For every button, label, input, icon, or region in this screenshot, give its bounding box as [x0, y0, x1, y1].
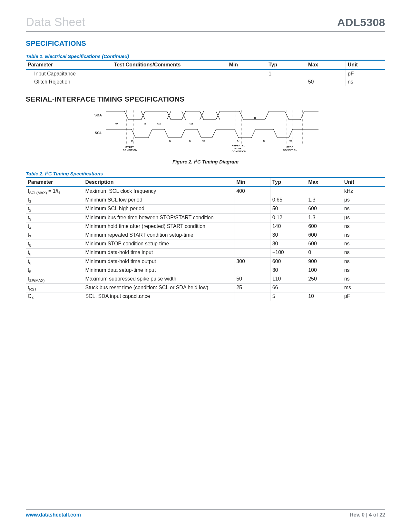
- cell-unit: ns: [342, 275, 385, 283]
- figure2-container: SDA SCL t9 t3 t10 t11 t5: [26, 107, 385, 164]
- cell-parameter: t6: [26, 249, 83, 257]
- cell-max: [306, 284, 342, 292]
- cell-min: [234, 266, 270, 275]
- cell-min: 25: [234, 284, 270, 292]
- cell-typ: 600: [270, 257, 306, 266]
- svg-text:t5: t5: [254, 116, 257, 119]
- cell-unit: µs: [342, 213, 385, 222]
- cell-parameter: t9: [26, 213, 83, 222]
- cell-unit: ns: [342, 266, 385, 275]
- table-row: Input Capacitance1pF: [26, 70, 385, 78]
- cell-typ: 1: [267, 70, 306, 78]
- cell-description: Minimum data-hold time input: [83, 249, 234, 257]
- cell-unit: ns: [342, 231, 385, 240]
- start-condition-label: START CONDITION: [122, 146, 137, 152]
- svg-text:t3: t3: [144, 122, 146, 125]
- cell-parameter: Input Capacitance: [26, 70, 112, 78]
- cell-parameter: tRST: [26, 284, 83, 292]
- cell-unit: pF: [342, 292, 385, 301]
- table2-header-row: Parameter Description Min Typ Max Unit: [26, 178, 385, 187]
- cell-unit: ns: [346, 78, 385, 86]
- cell-unit: ms: [342, 284, 385, 292]
- table-row: t9Minimum bus free time between STOP/STA…: [26, 213, 385, 222]
- cell-typ: 0.65: [270, 196, 306, 205]
- svg-text:t8: t8: [289, 139, 292, 142]
- svg-text:t1: t1: [263, 139, 266, 142]
- cell-max: 250: [306, 275, 342, 283]
- table-row: CXSCL, SDA input capacitance510pF: [26, 292, 385, 301]
- cell-min: [234, 213, 270, 222]
- cell-unit: ns: [342, 222, 385, 231]
- cell-typ: 30: [270, 266, 306, 275]
- cell-typ: 50: [270, 205, 306, 213]
- cell-typ: 30: [270, 240, 306, 249]
- th-unit: Unit: [346, 60, 385, 70]
- cell-unit: pF: [346, 70, 385, 78]
- cell-parameter: tSP(MAX): [26, 275, 83, 283]
- cell-typ: 110: [270, 275, 306, 283]
- cell-description: Minimum data-hold time output: [83, 257, 234, 266]
- cell-max: 600: [306, 222, 342, 231]
- cell-max: 50: [306, 78, 346, 86]
- table-row: tSP(MAX)Maximum suppressed spike pulse w…: [26, 275, 385, 283]
- svg-text:t10: t10: [157, 122, 161, 125]
- table1-caption: Table 1. Electrical Specifications (Cont…: [26, 54, 385, 59]
- table1-header-row: Parameter Test Conditions/Comments Min T…: [26, 60, 385, 70]
- cell-description: Minimum bus free time between STOP/START…: [83, 213, 234, 222]
- page-footer: www.datasheetall.com Rev. 0 | 4 of 22: [26, 509, 385, 518]
- table1: Parameter Test Conditions/Comments Min T…: [26, 60, 385, 86]
- sda-waveform: [106, 111, 318, 120]
- table-row: t7Minimum repeated START condition setup…: [26, 231, 385, 240]
- cell-typ: 5: [270, 292, 306, 301]
- i2c-timing-diagram: SDA SCL t9 t3 t10 t11 t5: [93, 107, 318, 155]
- table-row: fSCL(MAX) = 1/t1Maximum SCL clock freque…: [26, 187, 385, 196]
- cell-max: 600: [306, 205, 342, 213]
- cell-description: Minimum STOP condition setup-time: [83, 240, 234, 249]
- footer-page-number: Rev. 0 | 4 of 22: [350, 512, 385, 518]
- cell-typ: −100: [270, 249, 306, 257]
- svg-text:t9: t9: [115, 122, 118, 125]
- cell-typ: 66: [270, 284, 306, 292]
- table-row: t6Minimum data-hold time input−1000ns: [26, 249, 385, 257]
- cell-unit: ns: [342, 205, 385, 213]
- datasheet-page: Data Sheet ADL5308 SPECIFICATIONS Table …: [0, 0, 411, 532]
- cell-description: Minimum repeated START condition setup-t…: [83, 231, 234, 240]
- cell-unit: kHz: [342, 187, 385, 196]
- cell-min: [227, 70, 267, 78]
- cell-parameter: t7: [26, 231, 83, 240]
- table-row: t2Minimum SCL high period50600ns: [26, 205, 385, 213]
- cell-unit: µs: [342, 196, 385, 205]
- svg-text:t2: t2: [189, 139, 191, 142]
- th2-max: Max: [306, 178, 342, 187]
- table-row: t4Minimum hold time after (repeated) STA…: [26, 222, 385, 231]
- table-row: Glitch Rejection50ns: [26, 78, 385, 86]
- th-typ: Typ: [267, 60, 306, 70]
- cell-typ: 140: [270, 222, 306, 231]
- cell-max: 0: [306, 249, 342, 257]
- cell-min: [234, 249, 270, 257]
- reference-lines: [126, 110, 302, 145]
- th2-parameter: Parameter: [26, 178, 83, 187]
- svg-text:t7: t7: [237, 139, 240, 142]
- th2-unit: Unit: [342, 178, 385, 187]
- th-max: Max: [306, 60, 346, 70]
- repeated-start-label: REPEATED START CONDITION: [231, 144, 246, 153]
- cell-description: Minimum SCL low period: [83, 196, 234, 205]
- cell-max: 900: [306, 257, 342, 266]
- cell-max: [306, 70, 346, 78]
- cell-min: 50: [234, 275, 270, 283]
- cell-typ: 30: [270, 231, 306, 240]
- figure2-caption: Figure 2. I2C Timing Diagram: [26, 158, 385, 164]
- cell-min: [234, 231, 270, 240]
- table-row: tRSTStuck bus reset time (condition: SCL…: [26, 284, 385, 292]
- cell-parameter: t6: [26, 257, 83, 266]
- footer-url[interactable]: www.datasheetall.com: [26, 512, 81, 518]
- table-row: t6Minimum data-hold time output300600900…: [26, 257, 385, 266]
- svg-text:t11: t11: [190, 122, 193, 125]
- cell-unit: ns: [342, 240, 385, 249]
- cell-min: [234, 292, 270, 301]
- section-title: SPECIFICATIONS: [26, 39, 385, 48]
- cell-description: Minimum hold time after (repeated) START…: [83, 222, 234, 231]
- table-row: t8Minimum STOP condition setup-time30600…: [26, 240, 385, 249]
- cell-max: 10: [306, 292, 342, 301]
